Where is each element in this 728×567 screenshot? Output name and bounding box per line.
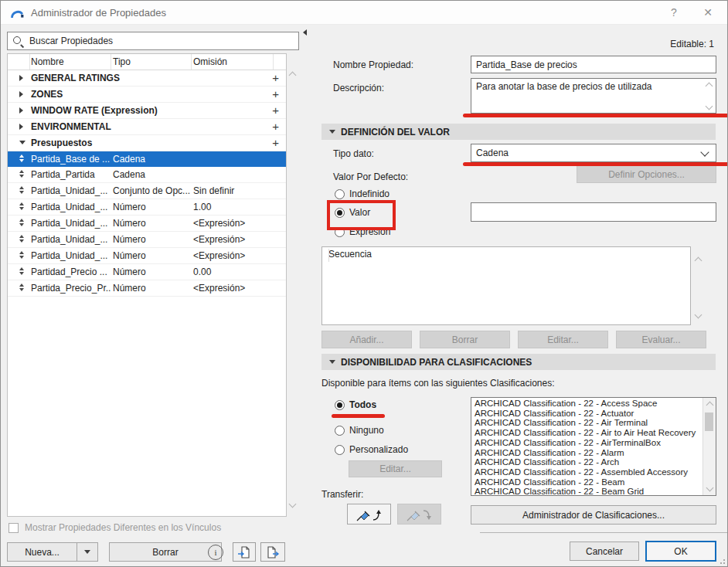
sort-handle-icon[interactable] [19, 186, 24, 194]
sequence-add-button[interactable]: Añadir... [321, 331, 412, 348]
radio-all-row[interactable]: Todos [335, 399, 376, 410]
ok-button[interactable]: OK [645, 541, 716, 562]
search-input[interactable] [28, 35, 298, 47]
column-header-type[interactable]: Tipo [113, 56, 131, 67]
radio-custom-row[interactable]: Personalizado [335, 444, 408, 455]
inject-settings-button[interactable] [397, 504, 441, 525]
custom-edit-button[interactable]: Editar... [349, 460, 442, 477]
caret-collapsed-icon[interactable] [19, 107, 23, 114]
classification-item[interactable]: ARCHICAD Classification - 22 - Actuator [475, 409, 702, 419]
new-property-menu-button[interactable] [77, 542, 98, 562]
new-property-button[interactable]: Nueva... [7, 542, 77, 562]
radio-undefined[interactable] [335, 189, 345, 199]
group-row[interactable]: ENVIRONMENTAL+ [8, 119, 286, 135]
classification-manager-button[interactable]: Administrador de Clasificaciones... [471, 505, 716, 525]
column-header-name[interactable]: Nombre [31, 56, 64, 67]
resize-grip[interactable] [719, 558, 725, 564]
caret-expanded-icon[interactable] [19, 141, 26, 144]
scrollbar-thumb[interactable] [705, 413, 713, 431]
close-button[interactable]: ✕ [695, 1, 721, 24]
property-row[interactable]: Partida_Base de ...Cadena [8, 151, 286, 167]
caret-collapsed-icon[interactable] [19, 75, 23, 81]
help-button[interactable]: ? [661, 1, 687, 24]
sort-handle-icon[interactable] [19, 219, 24, 226]
column-separator [111, 54, 111, 70]
sort-handle-icon[interactable] [19, 251, 24, 259]
property-name-input[interactable]: Partida_Base de precios [471, 56, 716, 73]
info-button[interactable]: i [208, 545, 223, 560]
classification-item[interactable]: ARCHICAD Classification - 22 - Air to Ai… [475, 428, 702, 438]
property-default-cell: Sin definir [193, 185, 275, 196]
classification-list[interactable]: ARCHICAD Classification - 22 - Access Sp… [471, 397, 716, 496]
sort-up-icon [19, 251, 24, 254]
property-row[interactable]: Partida_Unidad_...Número<Expresión> [8, 216, 286, 232]
show-different-properties-checkbox[interactable] [9, 523, 19, 533]
caret-collapsed-icon[interactable] [19, 124, 23, 130]
classification-scrollbar[interactable] [702, 398, 716, 495]
cancel-button[interactable]: Cancelar [570, 542, 639, 561]
classification-item[interactable]: ARCHICAD Classification - 22 - Arch [475, 457, 702, 467]
group-row[interactable]: Presupuestos+ [8, 135, 286, 151]
description-input[interactable]: Para anotar la base de precios de utiliz… [471, 78, 716, 114]
radio-custom[interactable] [335, 445, 345, 455]
sort-handle-icon[interactable] [19, 170, 24, 178]
classification-item[interactable]: ARCHICAD Classification - 22 - Access Sp… [475, 399, 702, 409]
property-type-cell: Número [113, 267, 191, 277]
radio-undefined-row[interactable]: Indefinido [335, 188, 390, 199]
radio-none[interactable] [335, 426, 345, 436]
property-row[interactable]: Partida_Unidad_...Número1.00 [8, 199, 286, 216]
scroll-up-icon[interactable] [289, 72, 297, 80]
data-type-dropdown[interactable]: Cadena [471, 144, 716, 162]
caret-collapsed-icon[interactable] [19, 91, 23, 97]
property-row[interactable]: Partida_Unidad_...Número<Expresión> [8, 248, 286, 264]
property-name-cell: Partidad_Precio ... [31, 267, 111, 277]
group-row[interactable]: GENERAL RATINGS+ [8, 70, 286, 87]
availability-section[interactable]: DISPONIBILIDAD PARA CLASIFICACIONES [321, 354, 716, 370]
import-properties-button[interactable] [233, 542, 256, 562]
export-properties-button[interactable] [260, 542, 285, 562]
group-row[interactable]: WINDOW RATE (Expression)+ [8, 103, 286, 119]
property-row[interactable]: Partidad_Precio ...Número0.00 [8, 264, 286, 280]
sort-handle-icon[interactable] [19, 235, 24, 243]
radio-none-row[interactable]: Ninguno [335, 425, 384, 436]
scroll-up-icon[interactable] [706, 402, 714, 409]
sequence-scroll-down-icon[interactable] [695, 311, 702, 319]
sequence-edit-button[interactable]: Editar... [518, 331, 608, 348]
sort-handle-icon[interactable] [19, 202, 24, 210]
scroll-down-icon[interactable] [706, 484, 714, 492]
property-row[interactable]: Partida_PartidaCadena [8, 167, 286, 183]
classification-item[interactable]: ARCHICAD Classification - 22 - AirTermin… [475, 438, 702, 448]
add-property-icon[interactable]: + [272, 120, 279, 133]
scroll-down-icon[interactable] [289, 501, 297, 508]
classification-item[interactable]: ARCHICAD Classification - 22 - Beam Grid [475, 487, 702, 495]
classification-item[interactable]: ARCHICAD Classification - 22 - Air Termi… [475, 418, 702, 428]
value-definition-section[interactable]: DEFINICIÓN DEL VALOR [321, 124, 716, 140]
default-value-input[interactable] [471, 202, 716, 222]
classification-item[interactable]: ARCHICAD Classification - 22 - Beam [475, 477, 702, 487]
sequence-scroll-up-icon[interactable] [695, 257, 702, 265]
classification-item[interactable]: ARCHICAD Classification - 22 - Assembled… [475, 467, 702, 477]
property-row[interactable]: Partida_Unidad_...Conjunto de Opc...Sin … [8, 183, 286, 199]
radio-all[interactable] [335, 400, 345, 410]
group-row[interactable]: ZONES+ [8, 87, 286, 103]
add-property-icon[interactable]: + [272, 136, 279, 149]
add-property-icon[interactable]: + [272, 71, 279, 84]
sort-handle-icon[interactable] [19, 284, 24, 291]
add-property-icon[interactable]: + [272, 87, 279, 100]
classification-item[interactable]: ARCHICAD Classification - 22 - Alarm [475, 448, 702, 458]
property-row[interactable]: Partida_Unidad_...Número<Expresión> [8, 232, 286, 248]
define-options-button[interactable]: Definir Opciones... [577, 165, 716, 183]
pickup-settings-button[interactable] [347, 504, 391, 525]
sort-handle-icon[interactable] [19, 267, 24, 275]
sequence-evaluate-button[interactable]: Evaluar... [616, 331, 706, 348]
sequence-delete-button[interactable]: Borrar [420, 331, 510, 348]
property-row[interactable]: Partida_Precio_Pr...Número<Expresión> [8, 280, 286, 297]
sort-handle-icon[interactable] [19, 154, 24, 162]
search-box[interactable] [7, 32, 299, 50]
add-property-icon[interactable]: + [272, 104, 279, 117]
collapse-panel-icon[interactable] [303, 29, 307, 36]
column-header-default[interactable]: Omisión [193, 56, 227, 67]
sort-up-icon [19, 186, 24, 189]
delete-property-button[interactable]: Borrar [109, 542, 222, 562]
sequence-list[interactable]: Secuencia [321, 246, 691, 325]
